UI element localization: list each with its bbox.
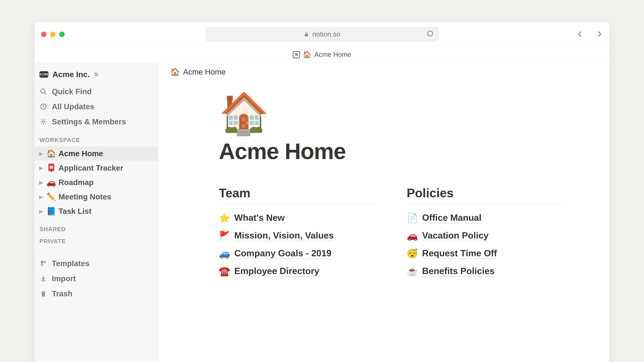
address-bar[interactable]: notion.so	[206, 27, 438, 42]
browser-toolbar: notion.so	[34, 22, 610, 47]
svg-rect-6	[41, 264, 43, 266]
link-emoji: 🚩	[219, 230, 230, 241]
page-label: Roadmap	[58, 178, 94, 187]
back-button[interactable]	[576, 30, 584, 38]
link-whats-new[interactable]: ⭐ What's New	[219, 209, 378, 227]
section-workspace-label: WORKSPACE	[34, 129, 158, 146]
link-emoji: 🚗	[407, 230, 418, 241]
disclosure-triangle-icon[interactable]: ▶	[38, 208, 44, 214]
download-icon	[40, 275, 48, 282]
link-label: What's New	[234, 212, 285, 223]
link-benefits-policies[interactable]: ☕ Benefits Policies	[407, 262, 566, 280]
disclosure-triangle-icon[interactable]: ▶	[38, 165, 44, 171]
page-hero-emoji[interactable]: 🏠	[219, 93, 598, 133]
svg-line-1	[44, 92, 46, 94]
trash-button[interactable]: Trash	[34, 286, 158, 301]
browser-tab[interactable]: N 🏠 Acme Home	[34, 47, 610, 62]
page-title[interactable]: Acme Home	[219, 138, 598, 164]
page-label: Acme Home	[58, 149, 103, 158]
templates-label: Templates	[52, 259, 90, 268]
minimize-window-button[interactable]	[50, 32, 56, 37]
templates-button[interactable]: Templates	[34, 256, 158, 271]
page-emoji: 📮	[46, 163, 56, 172]
link-label: Benefits Policies	[422, 266, 494, 277]
quick-find-label: Quick Find	[52, 87, 92, 96]
link-label: Office Manual	[422, 212, 482, 223]
breadcrumb-title: Acme Home	[183, 67, 226, 76]
quick-find-button[interactable]: Quick Find	[34, 84, 158, 99]
page-emoji: 🏠	[46, 149, 56, 158]
address-bar-url: notion.so	[312, 30, 340, 38]
content-columns: Team ⭐ What's New 🚩 Mission, Vision, Val…	[219, 186, 598, 280]
link-employee-directory[interactable]: ☎️ Employee Directory	[219, 262, 378, 280]
main-content: 🏠 Acme Home 🏠 Acme Home Team ⭐ What's Ne…	[158, 62, 610, 362]
gear-icon	[40, 118, 48, 125]
page-emoji: 🚗	[46, 178, 56, 187]
disclosure-triangle-icon[interactable]: ▶	[38, 179, 44, 185]
workspace-name: Acme Inc.	[52, 70, 90, 79]
import-label: Import	[52, 274, 76, 283]
breadcrumb[interactable]: 🏠 Acme Home	[170, 67, 598, 76]
link-emoji: 🚙	[219, 248, 230, 259]
sidebar-page-meeting-notes[interactable]: ▶ ✏️ Meeting Notes	[34, 190, 158, 204]
link-emoji: ☕	[407, 266, 418, 277]
all-updates-label: All Updates	[52, 102, 94, 111]
policies-column: Policies 📄 Office Manual 🚗 Vacation Poli…	[407, 186, 566, 280]
tab-title: Acme Home	[314, 51, 351, 58]
link-emoji: ⭐	[219, 213, 230, 223]
app-body: ACME Acme Inc. ⇅ Quick Find All Updates	[34, 62, 610, 362]
zoom-window-button[interactable]	[59, 32, 64, 37]
link-label: Company Goals - 2019	[234, 248, 332, 259]
page-label: Meeting Notes	[58, 192, 111, 201]
link-office-manual[interactable]: 📄 Office Manual	[407, 209, 566, 227]
chevron-updown-icon: ⇅	[94, 71, 98, 77]
workspace-logo: ACME	[40, 71, 48, 78]
close-window-button[interactable]	[41, 32, 46, 37]
svg-rect-4	[41, 261, 43, 263]
link-emoji: ☎️	[219, 266, 230, 277]
workspace-switcher[interactable]: ACME Acme Inc. ⇅	[34, 67, 158, 84]
sidebar-page-task-list[interactable]: ▶ 📘 Task List	[34, 204, 158, 218]
forward-button[interactable]	[596, 30, 603, 38]
reload-icon[interactable]	[427, 30, 434, 38]
sidebar-page-acme-home[interactable]: ▶ 🏠 Acme Home	[34, 146, 158, 161]
link-company-goals[interactable]: 🚙 Company Goals - 2019	[219, 245, 378, 262]
section-private-label: PRIVATE	[34, 236, 158, 248]
settings-label: Settings & Members	[52, 117, 126, 126]
section-shared-label: SHARED	[34, 218, 158, 236]
templates-icon	[40, 260, 48, 267]
trash-icon	[40, 290, 48, 297]
link-request-time-off[interactable]: 😴 Request Time Off	[407, 245, 566, 262]
link-label: Vacation Policy	[422, 230, 488, 241]
page-emoji: ✏️	[46, 192, 56, 201]
sidebar-page-roadmap[interactable]: ▶ 🚗 Roadmap	[34, 175, 158, 190]
disclosure-triangle-icon[interactable]: ▶	[38, 151, 44, 157]
link-vacation-policy[interactable]: 🚗 Vacation Policy	[407, 227, 566, 245]
traffic-lights	[41, 32, 64, 37]
svg-rect-5	[44, 261, 46, 263]
notion-logo-icon: N	[293, 51, 300, 58]
policies-heading: Policies	[407, 186, 566, 205]
settings-button[interactable]: Settings & Members	[34, 114, 158, 129]
disclosure-triangle-icon[interactable]: ▶	[38, 194, 44, 200]
browser-window: notion.so N 🏠 Acme Home ACME Acme Inc.	[34, 22, 610, 362]
tab-emoji: 🏠	[303, 51, 311, 58]
link-emoji: 😴	[407, 248, 418, 259]
link-emoji: 📄	[407, 213, 418, 223]
link-label: Request Time Off	[422, 248, 497, 259]
link-label: Employee Directory	[234, 266, 319, 277]
svg-point-3	[42, 121, 44, 122]
sidebar: ACME Acme Inc. ⇅ Quick Find All Updates	[34, 62, 158, 362]
sidebar-page-applicant-tracker[interactable]: ▶ 📮 Applicant Tracker	[34, 161, 158, 175]
search-icon	[40, 88, 48, 95]
trash-label: Trash	[52, 289, 72, 298]
page-label: Applicant Tracker	[58, 163, 123, 172]
page-emoji: 📘	[46, 207, 56, 216]
all-updates-button[interactable]: All Updates	[34, 99, 158, 114]
import-button[interactable]: Import	[34, 271, 158, 286]
team-column: Team ⭐ What's New 🚩 Mission, Vision, Val…	[219, 186, 378, 280]
link-mission-vision-values[interactable]: 🚩 Mission, Vision, Values	[219, 227, 378, 245]
link-label: Mission, Vision, Values	[234, 230, 334, 241]
lock-icon	[304, 32, 309, 37]
svg-point-0	[41, 89, 45, 93]
